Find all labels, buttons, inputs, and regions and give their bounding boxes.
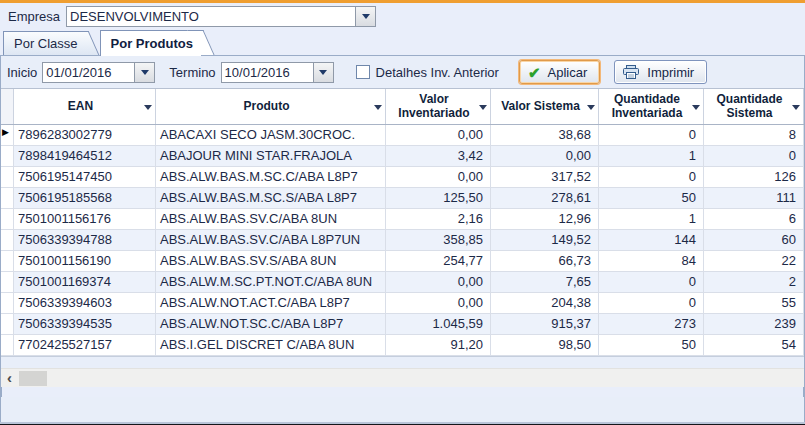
- cell-produto[interactable]: ABS.ALW.M.SC.PT.NOT.C/ABA 8UN: [156, 272, 386, 292]
- cell-qtd_sistema[interactable]: 126: [704, 167, 804, 187]
- cell-qtd_inventariada[interactable]: 144: [599, 230, 704, 250]
- cell-valor_inventariado[interactable]: 0,00: [386, 293, 491, 313]
- inicio-dropdown-button[interactable]: [134, 63, 154, 82]
- imprimir-button[interactable]: Imprimir: [614, 60, 707, 84]
- aplicar-button[interactable]: ✔ Aplicar: [519, 60, 600, 84]
- table-row[interactable]: 7501001169374ABS.ALW.M.SC.PT.NOT.C/ABA 8…: [1, 272, 804, 293]
- cell-produto[interactable]: ABAJOUR MINI STAR.FRAJOLA: [156, 146, 386, 166]
- cell-valor_sistema[interactable]: 38,68: [491, 125, 599, 145]
- cell-qtd_sistema[interactable]: 55: [704, 293, 804, 313]
- cell-ean[interactable]: 7506339394535: [14, 314, 156, 334]
- cell-valor_sistema[interactable]: 149,52: [491, 230, 599, 250]
- empresa-dropdown-button[interactable]: [355, 7, 375, 26]
- column-header-qtd_inventariada[interactable]: Quantidade Inventariada: [599, 89, 704, 124]
- cell-qtd_sistema[interactable]: 0: [704, 146, 804, 166]
- cell-qtd_inventariada[interactable]: 0: [599, 167, 704, 187]
- column-filter-arrow-icon[interactable]: [144, 105, 152, 110]
- cell-ean[interactable]: 7506339394788: [14, 230, 156, 250]
- table-row[interactable]: 7506195185568ABS.ALW.BAS.M.SC.S/ABA L8P7…: [1, 188, 804, 209]
- cell-qtd_inventariada[interactable]: 50: [599, 188, 704, 208]
- cell-produto[interactable]: ABS.ALW.BAS.M.SC.S/ABA L8P7: [156, 188, 386, 208]
- cell-valor_sistema[interactable]: 98,50: [491, 335, 599, 355]
- cell-qtd_inventariada[interactable]: 0: [599, 272, 704, 292]
- cell-ean[interactable]: 7501001156176: [14, 209, 156, 229]
- column-filter-arrow-icon[interactable]: [692, 105, 700, 110]
- cell-produto[interactable]: ABS.ALW.NOT.ACT.C/ABA L8P7: [156, 293, 386, 313]
- detalhes-checkbox[interactable]: [356, 65, 370, 79]
- table-row[interactable]: ▶7896283002779ABACAXI SECO JASM.30CROC.0…: [1, 125, 804, 146]
- cell-produto[interactable]: ABS.I.GEL DISCRET C/ABA 8UN: [156, 335, 386, 355]
- cell-qtd_inventariada[interactable]: 273: [599, 314, 704, 334]
- cell-produto[interactable]: ABS.ALW.BAS.SV.S/ABA 8UN: [156, 251, 386, 271]
- cell-valor_inventariado[interactable]: 0,00: [386, 125, 491, 145]
- cell-valor_sistema[interactable]: 204,38: [491, 293, 599, 313]
- cell-valor_sistema[interactable]: 7,65: [491, 272, 599, 292]
- cell-qtd_sistema[interactable]: 239: [704, 314, 804, 334]
- cell-produto[interactable]: ABS.ALW.BAS.SV.C/ABA 8UN: [156, 209, 386, 229]
- cell-qtd_inventariada[interactable]: 84: [599, 251, 704, 271]
- cell-qtd_sistema[interactable]: 111: [704, 188, 804, 208]
- cell-ean[interactable]: 7501001169374: [14, 272, 156, 292]
- cell-valor_sistema[interactable]: 66,73: [491, 251, 599, 271]
- cell-valor_sistema[interactable]: 278,61: [491, 188, 599, 208]
- cell-ean[interactable]: 7506195147450: [14, 167, 156, 187]
- cell-produto[interactable]: ABS.ALW.BAS.SV.C/ABA L8P7UN: [156, 230, 386, 250]
- cell-produto[interactable]: ABACAXI SECO JASM.30CROC.: [156, 125, 386, 145]
- column-filter-arrow-icon[interactable]: [587, 105, 595, 110]
- termino-date-picker[interactable]: 10/01/2016: [221, 62, 334, 83]
- cell-qtd_sistema[interactable]: 54: [704, 335, 804, 355]
- column-header-produto[interactable]: Produto: [156, 89, 386, 124]
- cell-valor_inventariado[interactable]: 0,00: [386, 167, 491, 187]
- table-row[interactable]: 7506339394603ABS.ALW.NOT.ACT.C/ABA L8P70…: [1, 293, 804, 314]
- column-filter-arrow-icon[interactable]: [374, 105, 382, 110]
- cell-valor_inventariado[interactable]: 358,85: [386, 230, 491, 250]
- cell-valor_inventariado[interactable]: 1.045,59: [386, 314, 491, 334]
- column-header-valor_inventariado[interactable]: Valor Inventariado: [386, 89, 491, 124]
- cell-qtd_sistema[interactable]: 8: [704, 125, 804, 145]
- cell-qtd_sistema[interactable]: 22: [704, 251, 804, 271]
- cell-qtd_inventariada[interactable]: 0: [599, 125, 704, 145]
- column-filter-arrow-icon[interactable]: [792, 105, 800, 110]
- cell-ean[interactable]: 7702425527157: [14, 335, 156, 355]
- detalhes-checkbox-wrap[interactable]: Detalhes Inv. Anterior: [356, 65, 499, 80]
- cell-produto[interactable]: ABS.ALW.BAS.M.SC.C/ABA L8P7: [156, 167, 386, 187]
- cell-valor_inventariado[interactable]: 0,00: [386, 272, 491, 292]
- cell-valor_inventariado[interactable]: 91,20: [386, 335, 491, 355]
- cell-ean[interactable]: 7898419464512: [14, 146, 156, 166]
- horizontal-scrollbar[interactable]: ‹: [1, 368, 804, 387]
- cell-ean[interactable]: 7896283002779: [14, 125, 156, 145]
- column-filter-arrow-icon[interactable]: [479, 105, 487, 110]
- cell-qtd_inventariada[interactable]: 1: [599, 146, 704, 166]
- table-row[interactable]: 7898419464512ABAJOUR MINI STAR.FRAJOLA3,…: [1, 146, 804, 167]
- tab-por-classe[interactable]: Por Classe: [3, 31, 86, 55]
- table-row[interactable]: 7506195147450ABS.ALW.BAS.M.SC.C/ABA L8P7…: [1, 167, 804, 188]
- column-header-valor_sistema[interactable]: Valor Sistema: [491, 89, 599, 124]
- termino-dropdown-button[interactable]: [313, 63, 333, 82]
- cell-valor_inventariado[interactable]: 254,77: [386, 251, 491, 271]
- cell-valor_inventariado[interactable]: 125,50: [386, 188, 491, 208]
- cell-valor_sistema[interactable]: 915,37: [491, 314, 599, 334]
- cell-qtd_sistema[interactable]: 2: [704, 272, 804, 292]
- cell-valor_sistema[interactable]: 317,52: [491, 167, 599, 187]
- cell-valor_inventariado[interactable]: 3,42: [386, 146, 491, 166]
- column-header-ean[interactable]: EAN: [14, 89, 156, 124]
- table-row[interactable]: 7506339394788ABS.ALW.BAS.SV.C/ABA L8P7UN…: [1, 230, 804, 251]
- table-row[interactable]: 7506339394535ABS.ALW.NOT.SC.C/ABA L8P71.…: [1, 314, 804, 335]
- scrollbar-thumb[interactable]: [19, 371, 47, 386]
- cell-valor_inventariado[interactable]: 2,16: [386, 209, 491, 229]
- cell-valor_sistema[interactable]: 12,96: [491, 209, 599, 229]
- table-row[interactable]: 7501001156176ABS.ALW.BAS.SV.C/ABA 8UN2,1…: [1, 209, 804, 230]
- table-row[interactable]: 7501001156190ABS.ALW.BAS.SV.S/ABA 8UN254…: [1, 251, 804, 272]
- cell-qtd_sistema[interactable]: 6: [704, 209, 804, 229]
- empresa-combobox[interactable]: DESENVOLVIMENTO: [66, 6, 376, 27]
- table-row[interactable]: 7702425527157ABS.I.GEL DISCRET C/ABA 8UN…: [1, 335, 804, 356]
- cell-qtd_inventariada[interactable]: 0: [599, 293, 704, 313]
- cell-valor_sistema[interactable]: 0,00: [491, 146, 599, 166]
- scroll-left-button[interactable]: ‹: [1, 369, 18, 388]
- cell-qtd_inventariada[interactable]: 1: [599, 209, 704, 229]
- cell-qtd_inventariada[interactable]: 50: [599, 335, 704, 355]
- cell-qtd_sistema[interactable]: 60: [704, 230, 804, 250]
- tab-por-produtos[interactable]: Por Produtos: [100, 30, 201, 56]
- cell-ean[interactable]: 7506339394603: [14, 293, 156, 313]
- cell-ean[interactable]: 7506195185568: [14, 188, 156, 208]
